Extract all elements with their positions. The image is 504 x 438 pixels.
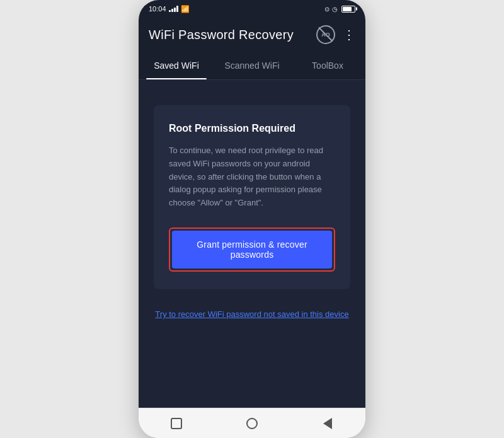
grant-button-wrapper: Grant permission & recover passwords	[169, 228, 335, 272]
ad-free-icon[interactable]: AO	[316, 25, 335, 44]
clock-icon: ◷	[332, 6, 338, 13]
alarm-icon: ⊙	[324, 6, 329, 13]
more-options-icon[interactable]: ⋮	[343, 28, 355, 41]
grant-permission-button[interactable]: Grant permission & recover passwords	[172, 231, 332, 268]
bottom-nav	[139, 408, 365, 438]
nav-back-button[interactable]	[315, 411, 340, 436]
signal-icon	[169, 6, 178, 12]
phone-frame: 10:04 📶 ⊙ ◷ WiFi Password Recovery AO ⋮	[139, 0, 365, 438]
app-title: WiFi Password Recovery	[149, 28, 294, 42]
status-icons: ⊙ ◷	[324, 6, 338, 13]
tab-saved-wifi[interactable]: Saved WiFi	[139, 52, 214, 79]
app-bar-actions: AO ⋮	[316, 25, 355, 44]
ad-circle-label: AO	[321, 32, 330, 38]
battery-fill	[343, 7, 352, 11]
recents-square-icon	[171, 418, 182, 429]
tab-toolbox[interactable]: ToolBox	[290, 52, 365, 79]
time-display: 10:04	[149, 5, 166, 13]
status-time: 10:04 📶	[149, 5, 190, 13]
status-bar: 10:04 📶 ⊙ ◷	[139, 0, 365, 18]
permission-description: To continue, we need root privilege to r…	[169, 144, 335, 210]
recover-link[interactable]: Try to recover WiFi password not saved i…	[155, 309, 348, 319]
permission-card: Root Permission Required To continue, we…	[154, 105, 350, 289]
home-circle-icon	[246, 418, 258, 429]
tab-bar: Saved WiFi Scanned WiFi ToolBox	[139, 52, 365, 80]
app-bar: WiFi Password Recovery AO ⋮	[139, 18, 365, 52]
wifi-status-icon: 📶	[181, 5, 190, 13]
back-triangle-icon	[323, 418, 332, 429]
main-content: Root Permission Required To continue, we…	[139, 80, 365, 408]
battery-icon	[341, 6, 355, 13]
tab-scanned-wifi[interactable]: Scanned WiFi	[214, 52, 290, 79]
permission-title: Root Permission Required	[169, 123, 335, 134]
nav-home-button[interactable]	[239, 411, 265, 436]
nav-recents-button[interactable]	[164, 411, 189, 436]
status-right: ⊙ ◷	[324, 6, 355, 13]
